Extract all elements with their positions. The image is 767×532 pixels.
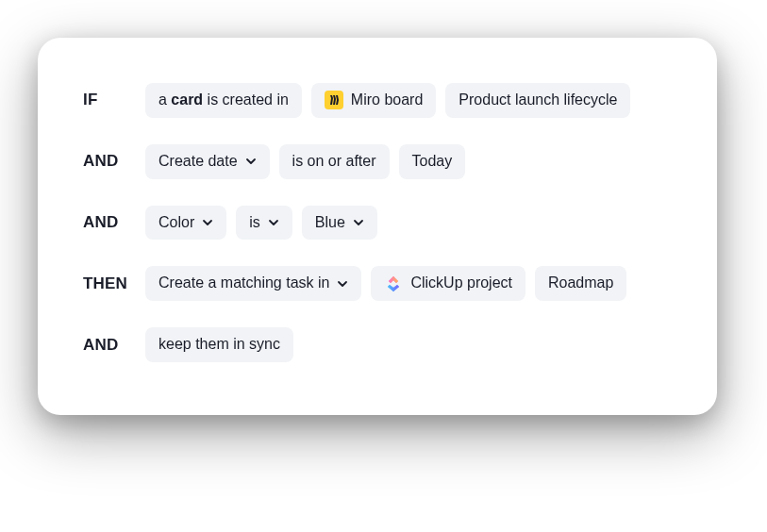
chevron-down-icon (268, 217, 279, 228)
trigger-chip[interactable]: a card is created in (145, 83, 302, 118)
value-today-chip[interactable]: Today (399, 144, 466, 179)
value-today-label: Today (412, 152, 453, 172)
sync-label: keep them in sync (158, 335, 280, 355)
rule-card: IF a card is created in Miro board Produ… (38, 38, 717, 415)
rule-row-and-sync: AND keep them in sync (83, 327, 672, 362)
clickup-icon (384, 274, 403, 293)
operator-onafter-chip[interactable]: is on or after (279, 144, 390, 179)
board-target-chip[interactable]: Product launch lifecycle (445, 83, 630, 118)
clickup-app-label: ClickUp project (410, 274, 512, 293)
keyword-and: AND (83, 213, 136, 232)
keyword-then: THEN (83, 274, 136, 293)
field-createdate-label: Create date (158, 152, 238, 172)
value-blue-chip[interactable]: Blue (302, 206, 377, 241)
action-label: Create a matching task in (158, 274, 329, 293)
field-createdate-chip[interactable]: Create date (145, 144, 270, 179)
keyword-if: IF (83, 91, 136, 109)
operator-is-label: is (249, 213, 260, 233)
value-blue-label: Blue (315, 213, 345, 233)
board-target-label: Product launch lifecycle (459, 91, 617, 110)
trigger-prefix: a (158, 91, 171, 108)
keyword-and: AND (83, 152, 136, 171)
trigger-bold: card (171, 91, 203, 108)
rule-row-then: THEN Create a matching task in (83, 266, 672, 301)
sync-chip[interactable]: keep them in sync (145, 327, 293, 362)
project-target-chip[interactable]: Roadmap (535, 266, 626, 301)
project-target-label: Roadmap (548, 274, 613, 293)
operator-is-chip[interactable]: is (236, 206, 292, 241)
field-color-label: Color (158, 213, 194, 233)
miro-icon (325, 91, 343, 109)
chevron-down-icon (245, 156, 257, 167)
chevron-down-icon (202, 217, 213, 228)
clickup-app-chip[interactable]: ClickUp project (371, 266, 525, 301)
trigger-suffix: is created in (203, 91, 289, 108)
rule-row-and-date: AND Create date is on or after Today (83, 144, 672, 179)
rule-row-if: IF a card is created in Miro board Produ… (83, 83, 672, 118)
operator-onafter-label: is on or after (292, 152, 376, 172)
keyword-and: AND (83, 336, 136, 355)
miro-app-chip[interactable]: Miro board (311, 83, 436, 118)
chevron-down-icon (337, 278, 348, 290)
rule-row-and-color: AND Color is Blue (83, 206, 672, 241)
action-chip[interactable]: Create a matching task in (145, 266, 361, 301)
field-color-chip[interactable]: Color (145, 206, 226, 241)
miro-app-label: Miro board (351, 91, 423, 110)
chevron-down-icon (353, 217, 364, 228)
